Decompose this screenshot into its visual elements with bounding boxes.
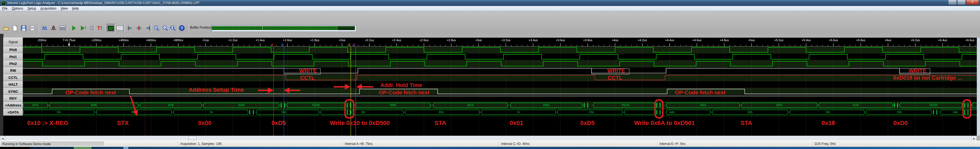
svg-text:T+5.75us: T+5.75us <box>63 38 76 42</box>
red-annotation: 0x01 <box>510 119 523 126</box>
minimize-button[interactable]: ─ <box>948 0 957 5</box>
print-icon[interactable] <box>29 24 37 32</box>
svg-text:610h: 610h <box>853 104 859 107</box>
signal-label-halt[interactable]: HALT <box>3 81 23 88</box>
zoom-out-icon[interactable] <box>161 24 169 32</box>
signal-label-address[interactable]: +Address <box>3 102 23 109</box>
run-repetitive-icon[interactable] <box>79 24 88 32</box>
menu-item-file[interactable]: File <box>0 6 10 10</box>
svg-text:60Eh: 60Eh <box>700 104 706 107</box>
toolbar-separator <box>123 24 124 32</box>
svg-text:D: D <box>353 43 355 46</box>
svg-text:D0h: D0h <box>897 111 902 114</box>
svg-text:60Ah: 60Ah <box>238 104 245 107</box>
signal-label-rw[interactable]: RW <box>3 67 23 74</box>
waveform-view-icon[interactable] <box>107 24 115 33</box>
toolbar-separator <box>176 24 177 32</box>
signal-label-phi2[interactable]: Phi2 <box>3 60 23 67</box>
red-annotation: 0xD5 <box>272 119 286 126</box>
svg-text:B: B <box>282 43 283 46</box>
title-bar[interactable]: Intronix LogicPort Logic Analyzer - C:\U… <box>0 0 980 6</box>
svg-text:+5.2us: +5.2us <box>774 38 783 42</box>
red-annotation: 0x18 <box>822 119 835 126</box>
zoom-fit-icon[interactable] <box>169 24 177 32</box>
menu-item-acquisition[interactable]: Acquisition <box>38 6 59 10</box>
svg-text:8Dh: 8Dh <box>439 111 444 114</box>
signal-setup-icon[interactable] <box>40 24 49 32</box>
svg-text:608h: 608h <box>91 104 97 107</box>
open-icon[interactable] <box>2 24 10 32</box>
svg-text:60Dh: 60Dh <box>543 104 550 107</box>
svg-text:+4.8us: +4.8us <box>719 38 729 42</box>
status-field: Interval C->D: 40ns <box>501 142 530 146</box>
help-icon[interactable]: ? <box>178 24 186 32</box>
toolbar-separator <box>187 24 188 32</box>
svg-text:C: C <box>348 43 350 46</box>
svg-text:+1.6us: +1.6us <box>283 38 292 42</box>
buffer-position-bar[interactable] <box>211 25 356 32</box>
waveform-display[interactable]: -200nsT+5.75us+200ns+400ns+600ns+800ns+1… <box>0 38 980 136</box>
svg-text:+5.8us: +5.8us <box>856 38 865 42</box>
svg-text:+1.4us: +1.4us <box>256 38 265 42</box>
svg-text:+2.6us: +2.6us <box>419 38 429 42</box>
signal-label-phi0[interactable]: Phi0 <box>3 46 23 53</box>
red-annotation: STX <box>117 119 129 126</box>
signal-label-rdy[interactable]: RDY <box>3 95 23 102</box>
list-setup-icon[interactable] <box>59 24 67 32</box>
toolbar-separator <box>104 24 105 32</box>
toolbar-separator <box>93 24 94 32</box>
vertical-scrollbar[interactable] <box>977 38 980 136</box>
waveform-panel: Signal -200nsT+5.75us+200ns+400ns+600ns+… <box>0 34 980 141</box>
svg-text:+1.8us: +1.8us <box>310 38 320 42</box>
maximize-button[interactable]: □ <box>957 0 966 5</box>
svg-text:+5us: +5us <box>748 38 755 42</box>
zoom-in-icon[interactable] <box>152 24 161 32</box>
menu-item-view[interactable]: View <box>59 6 70 10</box>
svg-text:8Dh: 8Dh <box>748 111 752 114</box>
status-separator <box>812 141 813 147</box>
stop-icon[interactable] <box>88 24 96 32</box>
red-annotation: 0xD5 <box>581 119 595 126</box>
svg-text:D500h: D500h <box>312 104 320 107</box>
svg-text:+1us: +1us <box>202 38 209 42</box>
save-icon[interactable] <box>20 24 28 32</box>
run-icon[interactable] <box>70 24 78 32</box>
svg-text:+4.2us: +4.2us <box>638 38 647 42</box>
trigger-now-icon[interactable]: T! <box>95 24 104 32</box>
goto-trigger-icon[interactable] <box>135 24 143 32</box>
signal-label-data[interactable]: +DATA <box>3 109 23 116</box>
svg-text:+2.2us: +2.2us <box>365 38 374 42</box>
menu-item-help[interactable]: Help <box>70 6 81 10</box>
state-view-icon[interactable]: 10100101 <box>116 24 124 32</box>
window-title: Intronix LogicPort Logic Analyzer - C:\U… <box>7 1 200 5</box>
toolbar-separator <box>38 24 39 32</box>
red-annotation: WRITE <box>299 68 317 74</box>
menu-item-options[interactable]: Options <box>10 6 25 10</box>
signal-label-phi1[interactable]: Phi1 <box>3 53 23 60</box>
signal-label-sync[interactable]: SYNC <box>3 88 23 95</box>
status-separator <box>657 141 659 147</box>
buffer-position-label: Buffer Position: <box>190 25 212 30</box>
svg-text:10h: 10h <box>361 111 366 114</box>
red-annotation: Addr. Hold Time <box>380 82 422 88</box>
red-annotation: CCTL <box>300 75 315 81</box>
close-button[interactable]: × <box>966 0 979 5</box>
svg-text:+3.4us: +3.4us <box>528 38 538 42</box>
status-field: Running in Software Demo mode <box>1 142 104 146</box>
toolbar-separator <box>67 24 68 32</box>
signal-label-cctl[interactable]: CCTL <box>3 74 23 81</box>
svg-text:607h: 607h <box>32 104 38 107</box>
red-annotation: OP-Code fetch next <box>65 89 116 95</box>
svg-text:D501h: D501h <box>622 104 630 107</box>
red-annotation: STA <box>741 119 752 126</box>
new-icon[interactable] <box>11 24 19 32</box>
red-annotation: 0x10 :> X-REG <box>27 119 68 126</box>
red-annotation: OP-Code fetch next <box>379 89 430 95</box>
trigger-setup-icon[interactable] <box>49 24 57 32</box>
red-annotation: 0x00 <box>198 119 212 126</box>
status-field: D24 Freq: 0Hz <box>815 142 836 146</box>
horizontal-scrollbar[interactable]: ◀ ▶ <box>0 136 977 141</box>
goto-start-icon[interactable] <box>126 24 134 32</box>
menu-item-setup[interactable]: Setup <box>25 6 38 10</box>
red-annotation: Write 0x10 to 0xD500 <box>330 119 390 126</box>
